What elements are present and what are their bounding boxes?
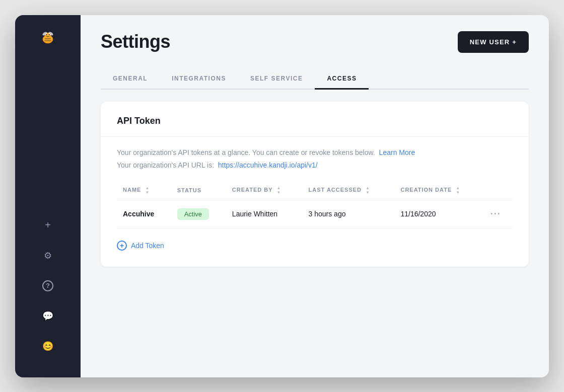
token-table: NAME ▲▼ STATUS CREATED BY ▲▼ LAST ACCESS… bbox=[117, 181, 513, 228]
token-name-cell: Accuhive bbox=[117, 200, 171, 228]
tab-integrations[interactable]: INTEGRATIONS bbox=[160, 69, 238, 90]
sort-arrows-date[interactable]: ▲▼ bbox=[456, 186, 460, 195]
table-row: Accuhive Active Laurie Whitten 3 hours a… bbox=[117, 200, 513, 228]
main-content: Settings NEW USER + GENERAL INTEGRATIONS… bbox=[81, 15, 549, 377]
add-token-label: Add Token bbox=[131, 242, 164, 250]
page-title: Settings bbox=[101, 31, 170, 52]
settings-tabs: GENERAL INTEGRATIONS SELF SERVICE ACCESS bbox=[101, 69, 529, 90]
status-badge: Active bbox=[177, 208, 209, 220]
api-url-text: Your organization's API URL is: https://… bbox=[117, 161, 513, 169]
logo bbox=[38, 27, 58, 59]
gear-icon: ⚙ bbox=[44, 250, 52, 261]
api-url-link[interactable]: https://accuhive.kandji.io/api/v1/ bbox=[218, 161, 318, 169]
add-token-button[interactable]: + Add Token bbox=[117, 239, 164, 253]
sort-arrows-created[interactable]: ▲▼ bbox=[276, 186, 281, 195]
svg-point-7 bbox=[46, 34, 47, 35]
col-status: STATUS bbox=[171, 181, 226, 200]
page-header: Settings NEW USER + bbox=[101, 31, 529, 53]
table-header-row: NAME ▲▼ STATUS CREATED BY ▲▼ LAST ACCESS… bbox=[117, 181, 513, 200]
new-user-button[interactable]: NEW USER + bbox=[458, 31, 529, 53]
emoji-icon: 😊 bbox=[42, 341, 53, 352]
sidebar: + ⚙ ? 💬 😊 bbox=[15, 15, 81, 377]
col-actions bbox=[484, 181, 513, 200]
api-token-card: API Token Your organization's API tokens… bbox=[101, 102, 529, 267]
description-text: Your organization's API tokens at a glan… bbox=[117, 147, 513, 158]
col-name: NAME ▲▼ bbox=[117, 181, 171, 200]
token-status-cell: Active bbox=[171, 200, 226, 228]
col-created-by: CREATED BY ▲▼ bbox=[226, 181, 303, 200]
svg-rect-3 bbox=[44, 40, 51, 41]
sidebar-icon-settings[interactable]: ⚙ bbox=[39, 247, 57, 265]
token-created-by-cell: Laurie Whitten bbox=[226, 200, 303, 228]
sidebar-navigation: + ⚙ ? 💬 😊 bbox=[39, 216, 57, 365]
tab-general[interactable]: GENERAL bbox=[101, 69, 160, 90]
sidebar-icon-emoji[interactable]: 😊 bbox=[39, 337, 57, 355]
col-last-accessed: LAST ACCESSED ▲▼ bbox=[303, 181, 395, 200]
help-icon: ? bbox=[42, 280, 53, 291]
add-token-icon: + bbox=[117, 241, 127, 251]
sidebar-icon-add[interactable]: + bbox=[39, 216, 57, 234]
chat-icon: 💬 bbox=[42, 310, 53, 322]
tab-access[interactable]: ACCESS bbox=[315, 69, 369, 90]
svg-rect-2 bbox=[45, 38, 51, 39]
sidebar-icon-help[interactable]: ? bbox=[39, 277, 57, 295]
col-creation-date: CREATION DATE ▲▼ bbox=[394, 181, 484, 200]
action-menu-button[interactable]: ··· bbox=[490, 209, 501, 219]
token-last-accessed-cell: 3 hours ago bbox=[303, 200, 395, 228]
app-window: + ⚙ ? 💬 😊 Settings NEW USER + GENERAL bbox=[15, 15, 549, 377]
token-actions-cell: ··· bbox=[484, 200, 513, 228]
learn-more-link[interactable]: Learn More bbox=[379, 148, 415, 156]
sort-arrows-name[interactable]: ▲▼ bbox=[145, 186, 150, 195]
svg-point-8 bbox=[49, 34, 50, 35]
token-creation-date-cell: 11/16/2020 bbox=[394, 200, 484, 228]
card-divider bbox=[101, 136, 529, 137]
tab-self-service[interactable]: SELF SERVICE bbox=[238, 69, 315, 90]
sidebar-icon-chat[interactable]: 💬 bbox=[39, 307, 57, 325]
add-icon: + bbox=[45, 219, 51, 231]
sort-arrows-accessed[interactable]: ▲▼ bbox=[366, 186, 370, 195]
card-title: API Token bbox=[117, 116, 513, 126]
